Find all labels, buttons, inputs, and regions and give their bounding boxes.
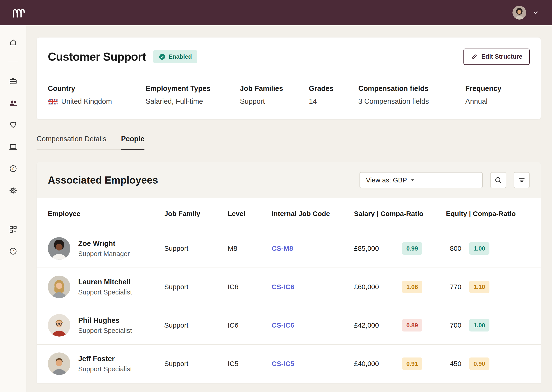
- sidebar-item-home[interactable]: [8, 37, 18, 47]
- salary-compa-ratio-badge: 0.89: [402, 319, 422, 331]
- filter-icon: [518, 176, 525, 184]
- column-header: Equity | Compa-Ratio: [446, 210, 530, 218]
- salary-value: £42,000: [354, 321, 394, 329]
- heart-icon: [9, 121, 17, 129]
- help-icon: ?: [9, 247, 17, 255]
- employee-role: Support Specialist: [78, 288, 132, 296]
- sidebar-divider: [8, 210, 18, 210]
- equity-value: 700: [446, 321, 461, 329]
- salary-value: £85,000: [354, 245, 394, 252]
- employee-role: Support Specialist: [78, 365, 132, 373]
- table-header: Employee Job Family Level Internal Job C…: [37, 198, 541, 229]
- job-family-cell: Support: [164, 321, 228, 329]
- briefcase-icon: [9, 77, 17, 85]
- meta-grades: Grades 14: [309, 84, 358, 105]
- pound-icon: £: [9, 164, 17, 173]
- page-title: Customer Support: [48, 50, 146, 63]
- employee-name: Phil Hughes: [78, 316, 132, 325]
- level-cell: IC6: [228, 283, 272, 291]
- employee-name: Jeff Foster: [78, 355, 132, 363]
- avatar: [48, 314, 70, 336]
- sidebar-item-payroll[interactable]: £: [8, 164, 18, 174]
- edit-structure-button[interactable]: Edit Structure: [463, 49, 530, 65]
- employees-header: Associated Employees View as: GBP: [37, 162, 541, 198]
- column-header: Internal Job Code: [272, 210, 354, 218]
- apps-icon: [9, 225, 17, 233]
- salary-compa-ratio-badge: 0.91: [402, 357, 422, 370]
- job-code-link[interactable]: CS-IC6: [272, 321, 354, 329]
- salary-value: £40,000: [354, 360, 394, 368]
- equity-value: 800: [446, 245, 461, 252]
- meta-employment-types: Employment Types Salaried, Full-time: [145, 84, 240, 105]
- table-row[interactable]: Lauren Mitchell Support Specialist Suppo…: [37, 268, 541, 306]
- employee-name: Zoe Wright: [78, 239, 130, 248]
- laptop-icon: [9, 143, 17, 151]
- view-as-select[interactable]: View as: GBP: [359, 172, 483, 188]
- filter-button[interactable]: [514, 172, 530, 188]
- chevron-down-icon[interactable]: [532, 9, 539, 16]
- search-icon: [494, 176, 502, 184]
- job-family-cell: Support: [164, 283, 228, 291]
- meta-job-families: Job Families Support: [240, 84, 309, 105]
- uk-flag-icon: [48, 98, 57, 105]
- avatar: [48, 352, 70, 375]
- main-content: Customer Support Enabled Edit Structure: [27, 25, 552, 392]
- table-row[interactable]: Zoe Wright Support Manager Support M8 CS…: [37, 229, 541, 268]
- table-row[interactable]: Jeff Foster Support Specialist Support I…: [37, 345, 541, 383]
- user-avatar[interactable]: [512, 6, 526, 20]
- column-header: Level: [228, 210, 272, 218]
- tabs: Compensation Details People: [37, 135, 145, 149]
- employee-role: Support Specialist: [78, 327, 132, 335]
- check-circle-icon: [159, 53, 166, 60]
- avatar: [48, 237, 70, 260]
- sidebar-item-company[interactable]: [8, 76, 18, 86]
- structure-meta: Country: [48, 74, 530, 119]
- avatar: [48, 276, 70, 298]
- status-badge: Enabled: [153, 50, 197, 63]
- rippling-logo[interactable]: [12, 7, 25, 18]
- job-code-link[interactable]: CS-IC5: [272, 360, 354, 368]
- svg-text:?: ?: [12, 249, 14, 253]
- column-header: Salary | Compa-Ratio: [354, 210, 446, 218]
- sidebar: £ ?: [0, 25, 27, 392]
- sidebar-item-settings[interactable]: [8, 185, 18, 196]
- salary-compa-ratio-badge: 1.08: [402, 281, 422, 293]
- people-icon: [9, 99, 17, 107]
- svg-text:£: £: [12, 167, 14, 171]
- gear-icon: [9, 186, 17, 195]
- sidebar-item-apps[interactable]: [8, 224, 18, 234]
- sidebar-item-devices[interactable]: [8, 142, 18, 152]
- table-row[interactable]: Phil Hughes Support Specialist Support I…: [37, 306, 541, 345]
- meta-compensation-fields: Compensation fields 3 Compensation field…: [358, 84, 465, 105]
- equity-compa-ratio-badge: 1.00: [469, 319, 490, 331]
- sidebar-item-benefits[interactable]: [8, 120, 18, 130]
- level-cell: IC5: [228, 360, 272, 368]
- employee-role: Support Manager: [78, 250, 130, 258]
- column-header: Employee: [48, 210, 164, 218]
- salary-value: £60,000: [354, 283, 394, 291]
- topbar: [0, 0, 552, 25]
- meta-frequency: Frequency Annual: [465, 84, 501, 105]
- pencil-icon: [471, 53, 478, 60]
- tab-people[interactable]: People: [121, 135, 145, 149]
- view-as-value: View as: GBP: [366, 176, 407, 184]
- column-header: Job Family: [164, 210, 228, 218]
- equity-compa-ratio-badge: 0.90: [469, 357, 490, 370]
- level-cell: IC6: [228, 321, 272, 329]
- rippling-logo-icon: [12, 7, 25, 18]
- sidebar-item-people[interactable]: [8, 98, 18, 108]
- home-icon: [9, 38, 17, 47]
- job-code-link[interactable]: CS-IC6: [272, 283, 354, 291]
- meta-country: Country: [48, 84, 145, 105]
- job-code-link[interactable]: CS-M8: [272, 245, 354, 252]
- tab-compensation-details[interactable]: Compensation Details: [37, 135, 106, 149]
- job-family-cell: Support: [164, 360, 228, 368]
- search-button[interactable]: [490, 172, 506, 188]
- job-family-cell: Support: [164, 245, 228, 252]
- edit-structure-label: Edit Structure: [481, 53, 522, 60]
- section-title: Associated Employees: [48, 174, 158, 186]
- equity-value: 770: [446, 283, 461, 291]
- employee-name: Lauren Mitchell: [78, 278, 132, 286]
- sidebar-item-help[interactable]: ?: [8, 246, 18, 256]
- sidebar-divider: [8, 62, 18, 62]
